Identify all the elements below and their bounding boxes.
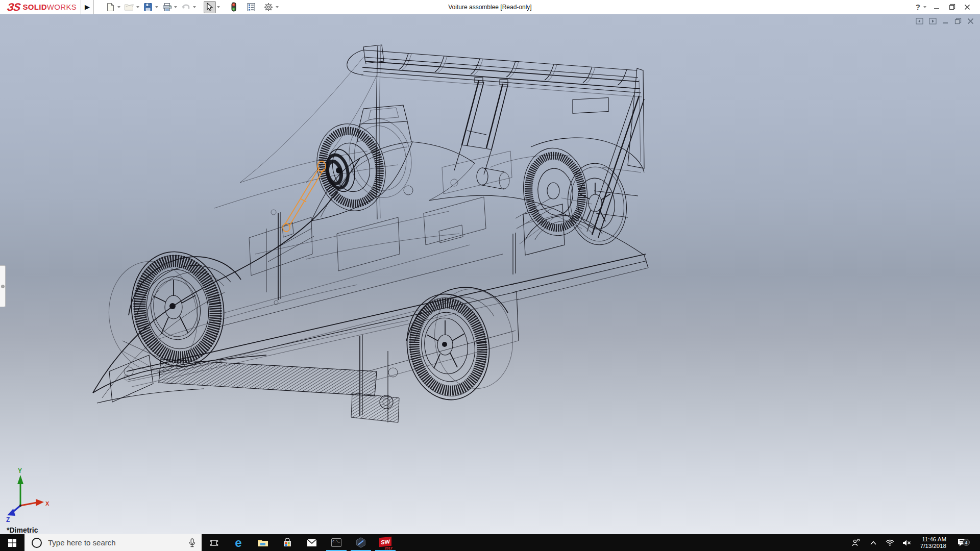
start-button[interactable]	[0, 534, 24, 551]
file-properties-icon	[247, 3, 256, 12]
select-cursor-icon	[206, 3, 213, 11]
new-dropdown-caret-icon[interactable]	[117, 6, 120, 8]
volume-button[interactable]	[900, 539, 914, 546]
print-icon	[162, 3, 172, 12]
front-left-wheel	[101, 245, 232, 378]
command-prompt-icon: C:\_	[331, 538, 341, 547]
restore-icon	[949, 4, 955, 10]
command-prompt-button[interactable]: C:\_	[324, 534, 349, 551]
new-document-button[interactable]	[104, 1, 116, 13]
edge-icon: e	[235, 538, 241, 548]
file-explorer-icon	[257, 538, 268, 547]
people-icon	[852, 539, 861, 546]
undo-icon	[181, 3, 191, 11]
menu-flyout-button[interactable]: ▶	[81, 0, 94, 14]
triad-y-label: Y	[18, 467, 22, 474]
select-dropdown-caret-icon[interactable]	[217, 6, 220, 8]
cortana-icon	[32, 538, 42, 548]
task-view-button[interactable]	[202, 534, 226, 551]
solidworks-window: ЗS SOLIDWORKS ▶	[0, 0, 980, 551]
action-center-button[interactable]: 4	[953, 538, 970, 547]
close-icon	[964, 4, 970, 10]
graphics-area[interactable]: Y X Z *Dimetric	[0, 14, 980, 534]
windows-logo-icon	[8, 539, 16, 547]
print-dropdown-caret-icon[interactable]	[174, 6, 177, 8]
rear-left-wheel	[400, 284, 519, 405]
rebuild-traffic-light-icon	[231, 2, 237, 12]
open-dropdown-caret-icon[interactable]	[136, 6, 139, 8]
options-gear-icon	[264, 3, 273, 12]
store-icon	[283, 538, 292, 547]
undo-button[interactable]	[180, 1, 192, 13]
windows-taskbar: e	[0, 534, 980, 551]
close-button[interactable]	[960, 0, 975, 14]
store-button[interactable]	[275, 534, 300, 551]
edge-button[interactable]: e	[226, 534, 251, 551]
car-body	[93, 57, 648, 422]
triad-z-label: Z	[6, 516, 10, 523]
save-icon	[143, 3, 153, 12]
search-input[interactable]	[48, 538, 189, 547]
reference-triad: Y X Z	[2, 466, 53, 523]
wifi-icon	[886, 539, 894, 546]
hexagon-app-icon	[356, 537, 366, 548]
solidworks-logo-mark-icon: ЗS	[6, 1, 21, 13]
mail-button[interactable]	[300, 534, 324, 551]
options-dropdown-caret-icon[interactable]	[276, 6, 279, 8]
selected-component[interactable]	[283, 161, 326, 232]
print-button[interactable]	[161, 1, 173, 13]
help-dropdown-caret-icon[interactable]	[923, 6, 926, 8]
help-button[interactable]: ?	[914, 3, 922, 11]
rebuild-button[interactable]	[228, 1, 240, 13]
tray-date: 7/13/2018	[920, 543, 946, 549]
file-explorer-button[interactable]	[251, 534, 275, 551]
solidworks-taskbar-button[interactable]: SW 2017	[373, 534, 398, 551]
save-button[interactable]	[142, 1, 154, 13]
chevron-up-icon	[870, 541, 876, 545]
restore-button[interactable]	[944, 0, 960, 14]
solidworks-logo-text: SOLIDWORKS	[23, 3, 77, 11]
clock[interactable]: 11:46 AM 7/13/2018	[917, 536, 949, 549]
minimize-icon	[934, 4, 940, 10]
options-button[interactable]	[262, 1, 275, 13]
tray-time: 11:46 AM	[920, 536, 946, 543]
undo-dropdown-caret-icon[interactable]	[193, 6, 196, 8]
rear-right-wheels	[519, 144, 631, 248]
open-folder-icon	[124, 3, 134, 12]
open-button[interactable]	[123, 1, 135, 13]
wireframe-model[interactable]	[0, 14, 980, 534]
rear-wing	[347, 45, 644, 238]
file-properties-button[interactable]	[245, 1, 257, 13]
triad-x-label: X	[45, 500, 50, 507]
select-button[interactable]	[204, 1, 216, 13]
brand-solid: SOLID	[23, 3, 47, 11]
hexagon-app-button[interactable]	[349, 534, 373, 551]
title-bar: ЗS SOLIDWORKS ▶	[0, 0, 980, 14]
task-view-icon	[210, 539, 218, 547]
show-hidden-icons-button[interactable]	[867, 541, 880, 545]
brand-works: WORKS	[47, 3, 77, 11]
solidworks-app-icon: SW 2017	[379, 537, 391, 548]
notification-badge: 4	[963, 539, 970, 546]
save-dropdown-caret-icon[interactable]	[155, 6, 158, 8]
microphone-icon[interactable]	[189, 538, 195, 547]
network-button[interactable]	[884, 539, 897, 546]
speaker-muted-icon	[902, 539, 911, 546]
view-orientation-label: *Dimetric	[7, 526, 38, 534]
taskbar-search[interactable]	[24, 534, 202, 551]
minimize-button[interactable]	[929, 0, 944, 14]
svg-text:C:\_: C:\_	[333, 540, 340, 543]
people-button[interactable]	[850, 539, 863, 546]
new-document-icon	[106, 3, 115, 12]
mail-icon	[307, 539, 317, 547]
solidworks-logo: ЗS SOLIDWORKS	[0, 0, 81, 14]
